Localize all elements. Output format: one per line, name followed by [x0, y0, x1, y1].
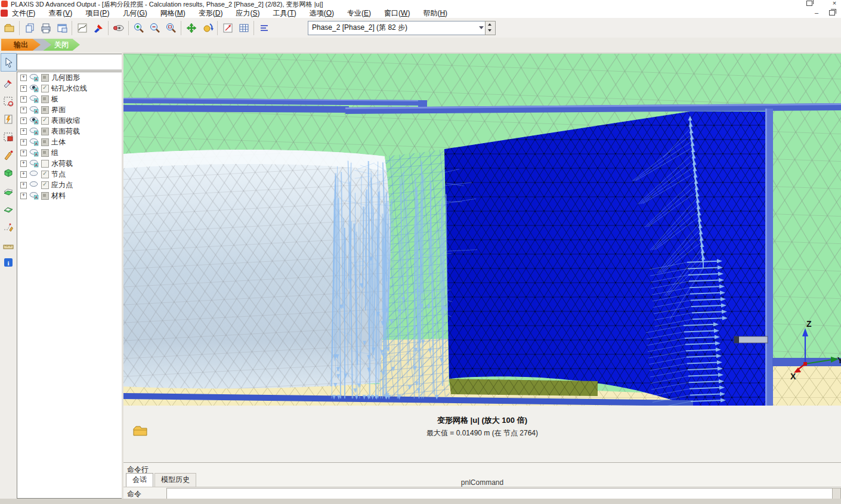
toolbar-separator	[72, 21, 72, 35]
maximize-restore-button[interactable]	[806, 1, 812, 6]
menu-item-h[interactable]: 帮助(H)	[423, 8, 447, 18]
plane-bottom-button[interactable]	[1, 202, 15, 216]
visibility-eye-icon[interactable]: A	[29, 95, 39, 103]
info-button[interactable]: i	[1, 255, 15, 270]
select-region-button[interactable]	[1, 94, 15, 109]
rotate-button[interactable]	[199, 20, 215, 36]
menu-item-p[interactable]: 项目(P)	[85, 8, 109, 18]
visibility-eye-icon[interactable]: A	[29, 138, 39, 146]
visibility-eye-icon[interactable]	[29, 181, 39, 189]
results-flash-button[interactable]	[1, 112, 15, 126]
explorer-search-input[interactable]	[17, 54, 125, 70]
close-button[interactable]: ×	[830, 0, 839, 7]
menu-item-t[interactable]: 工具(T)	[273, 8, 296, 18]
tree-row[interactable]: +A几何图形	[17, 72, 122, 83]
expand-toggle[interactable]: +	[20, 107, 27, 113]
menu-item-d[interactable]: 变形(D)	[199, 8, 223, 18]
expand-toggle[interactable]: +	[20, 85, 27, 92]
hint-eye-button[interactable]	[110, 20, 126, 36]
expand-toggle[interactable]: +	[20, 160, 27, 167]
visibility-eye-icon[interactable]: A	[29, 84, 39, 92]
visibility-eye-icon[interactable]: A	[29, 149, 39, 157]
expand-toggle[interactable]: +	[20, 193, 27, 199]
tree-row[interactable]: +节点	[17, 169, 122, 180]
menu-item-f[interactable]: 文件(F)	[12, 8, 35, 18]
menu-item-e[interactable]: 专业(E)	[347, 8, 371, 18]
spin-up-button[interactable]	[486, 21, 494, 27]
visibility-eye-icon[interactable]	[29, 170, 39, 178]
select-structure-button[interactable]	[1, 130, 15, 144]
tree-row[interactable]: +A表面收缩	[17, 115, 122, 126]
visibility-eye-icon[interactable]: A	[29, 191, 39, 200]
select-cursor-button[interactable]	[1, 53, 17, 72]
table-button[interactable]	[236, 20, 252, 36]
draw-pen-button[interactable]	[1, 148, 15, 162]
tree-row[interactable]: +A界面	[17, 104, 122, 115]
mdi-restore-button[interactable]	[829, 10, 835, 16]
annotation-pen-button[interactable]	[1, 219, 15, 234]
expand-toggle[interactable]: +	[20, 182, 27, 188]
expand-toggle[interactable]: +	[20, 171, 27, 178]
open-button[interactable]	[1, 20, 17, 36]
tree-row[interactable]: +A钻孔水位线	[17, 83, 122, 94]
menu-item-v[interactable]: 查看(V)	[48, 8, 72, 18]
visibility-checkbox[interactable]	[41, 181, 49, 189]
expand-toggle[interactable]: +	[20, 96, 27, 103]
zoom-in-button[interactable]	[131, 20, 147, 36]
mdi-minimize-button[interactable]: –	[812, 10, 821, 17]
visibility-checkbox[interactable]	[41, 138, 49, 146]
spin-down-button[interactable]	[486, 27, 494, 33]
chart-button[interactable]	[74, 20, 90, 36]
plane-top-button[interactable]	[1, 184, 15, 198]
menu-item-o[interactable]: 选项(O)	[310, 8, 334, 18]
report-button[interactable]	[54, 20, 70, 36]
ruler-button[interactable]	[1, 237, 15, 252]
menu-item-w[interactable]: 窗口(W)	[384, 8, 410, 18]
expand-toggle[interactable]: +	[20, 139, 27, 146]
zoom-out-button[interactable]	[147, 20, 163, 36]
visibility-eye-icon[interactable]: A	[29, 116, 39, 125]
visibility-checkbox[interactable]	[41, 85, 49, 92]
legend-lines-button[interactable]	[256, 20, 272, 36]
visibility-checkbox[interactable]	[41, 95, 49, 103]
menu-item-s[interactable]: 应力(S)	[236, 8, 259, 18]
tree-row[interactable]: +应力点	[17, 180, 122, 190]
visibility-checkbox[interactable]	[41, 160, 49, 168]
phase-selector[interactable]: Phase_2 [Phase_2] (第 82 步)	[308, 21, 488, 35]
expand-toggle[interactable]: +	[20, 128, 27, 135]
tree-row[interactable]: +A水荷载	[17, 158, 122, 169]
input-scroll-grip[interactable]	[832, 488, 841, 499]
tab-output[interactable]: 输出	[1, 39, 41, 51]
visibility-checkbox[interactable]	[41, 171, 49, 178]
visibility-checkbox[interactable]	[41, 128, 49, 135]
volume-box-button[interactable]	[1, 166, 15, 180]
visibility-eye-icon[interactable]: A	[29, 159, 39, 168]
visibility-checkbox[interactable]	[41, 149, 49, 157]
expand-toggle[interactable]: +	[20, 75, 27, 81]
expand-toggle[interactable]: +	[20, 150, 27, 156]
print-button[interactable]	[38, 20, 54, 36]
expand-toggle[interactable]: +	[20, 118, 27, 124]
visibility-eye-icon[interactable]: A	[29, 106, 39, 114]
tree-row[interactable]: +A板	[17, 94, 122, 104]
tree-row[interactable]: +A组	[17, 147, 122, 158]
visibility-checkbox[interactable]	[41, 106, 49, 114]
visibility-eye-icon[interactable]: A	[29, 127, 39, 135]
visibility-eye-icon[interactable]: A	[29, 73, 39, 82]
tree-row[interactable]: +A材料	[17, 190, 122, 201]
tree-row[interactable]: +A表面荷载	[17, 126, 122, 137]
zoom-rect-button[interactable]	[163, 20, 179, 36]
menu-item-g[interactable]: 几何(G)	[122, 8, 147, 18]
copy-button[interactable]	[21, 20, 38, 36]
tree-row[interactable]: +A土体	[17, 137, 122, 147]
visibility-checkbox[interactable]	[41, 74, 49, 82]
pan-button[interactable]	[183, 20, 199, 36]
cross-section-arrow-button[interactable]	[90, 20, 106, 36]
3d-viewport[interactable]: Z X Y	[123, 52, 841, 407]
visibility-checkbox[interactable]	[41, 117, 49, 125]
scale-button[interactable]	[219, 20, 236, 36]
cross-section-button[interactable]	[1, 76, 15, 91]
svg-text:A: A	[35, 78, 38, 81]
menu-item-m[interactable]: 网格(M)	[160, 8, 185, 18]
visibility-checkbox[interactable]	[41, 192, 49, 200]
